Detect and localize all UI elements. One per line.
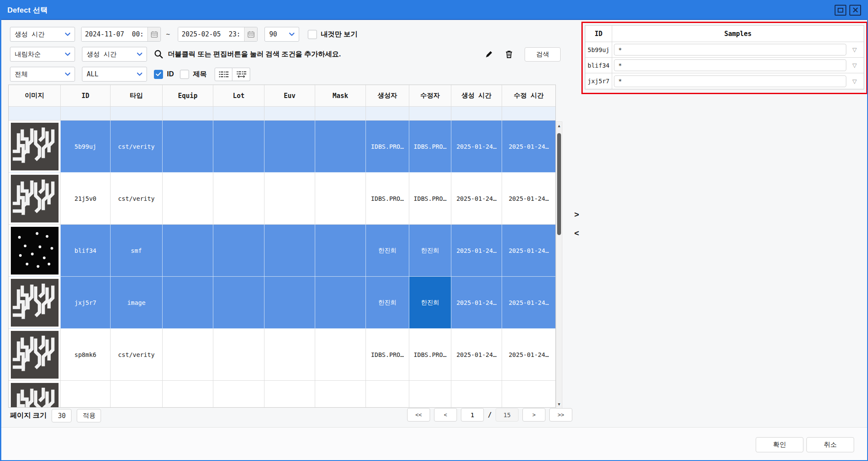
column-header[interactable]: Mask [315,85,366,107]
scroll-down-icon[interactable]: ▼ [556,401,562,408]
checkbox-unchecked-icon [308,30,317,39]
date-to-input[interactable] [178,27,244,41]
cell-modified: 2025-01-24… [502,173,555,225]
apply-page-size-button[interactable]: 적용 [77,409,101,422]
scrollbar-thumb[interactable] [557,133,561,235]
cell-lot [213,173,264,225]
search-button[interactable]: 검색 [525,47,561,62]
next-page-button[interactable]: > [522,408,545,422]
table-row[interactable] [9,381,555,408]
defect-thumbnail-maze [11,331,59,379]
wide-view-toggle-button[interactable] [232,68,250,81]
cell-mask [315,329,366,381]
sort-field-select[interactable]: 생성 시간 [82,47,147,62]
cell-id: sp8mk6 [61,329,111,381]
calendar-to-button[interactable] [244,27,257,41]
cell-id: 21j5v0 [61,173,111,225]
days-select[interactable]: 90 [264,27,299,42]
cell-creator: IDBS.PRO… [366,173,409,225]
column-header[interactable]: ID [61,85,111,107]
cell-mask [315,277,366,329]
page-size-label: 페이지 크기 [10,411,46,420]
samples-input[interactable] [614,44,846,56]
scroll-up-icon[interactable]: ▲ [556,122,562,129]
calendar-from-button[interactable] [147,27,160,41]
sort-order-select[interactable]: 내림차순 [10,47,75,62]
samples-dropdown-icon[interactable]: ▽ [846,75,863,87]
table-row[interactable]: 5b99uj cst/verity IDBS.PRO… IDBS.PRO… 20… [9,121,555,173]
edit-condition-button[interactable] [485,50,493,59]
my-only-checkbox[interactable]: 내것만 보기 [308,30,357,39]
chevron-down-icon [137,72,142,76]
type-select[interactable]: ALL [82,67,147,82]
samples-row-id: 5b99uj [585,42,612,58]
cell-modified: 2025-01-24… [502,121,555,173]
page-size-input[interactable] [52,409,72,422]
column-header[interactable]: 생성자 [366,85,409,107]
cell-creator [366,381,409,408]
move-right-button[interactable]: > [570,208,583,221]
column-header[interactable]: Lot [213,85,264,107]
move-left-button[interactable]: < [570,227,583,240]
cell-creator: 한진희 [366,277,409,329]
column-header[interactable]: 수정 시간 [502,85,555,107]
cell-euv [264,277,315,329]
maximize-icon [838,8,843,13]
table-row[interactable]: blif34 smf 한진희 한진희 2025-01-24… 2025-01-2… [9,225,555,277]
delete-condition-button[interactable] [505,50,513,59]
samples-input[interactable] [614,75,846,87]
table-row[interactable]: jxj5r7 image 한진희 한진희 2025-01-24… 2025-01… [9,277,555,329]
column-header[interactable]: 이미지 [9,85,61,107]
cell-modifier: IDBS.PRO… [409,121,451,173]
date-range-separator: ~ [166,30,170,38]
close-button[interactable] [849,5,861,16]
chevron-down-icon [65,33,70,36]
cell-euv [264,173,315,225]
date-to-box [178,27,258,42]
cell-creator: 한진희 [366,225,409,277]
column-width-icon [236,71,246,78]
table-vertical-scrollbar[interactable]: ▲ ▼ [556,121,562,409]
cell-id: blif34 [61,225,111,277]
column-header[interactable]: Equip [163,85,213,107]
cancel-button[interactable]: 취소 [806,437,854,452]
date-from-input[interactable] [82,27,147,41]
chevron-down-icon [137,52,142,56]
samples-input[interactable] [614,59,846,71]
detail-view-toggle-button[interactable] [215,68,232,81]
samples-row-id: blif34 [585,58,612,73]
cell-type: image [111,277,163,329]
search-by-title-checkbox[interactable]: 제목 [180,70,207,79]
dialog-titlebar: Defect 선택 [1,1,867,20]
search-by-id-checkbox[interactable]: ID [154,70,174,79]
column-header[interactable]: Euv [264,85,315,107]
calendar-icon [150,30,158,38]
samples-dropdown-icon[interactable]: ▽ [846,59,863,71]
cell-lot [213,225,264,277]
date-field-select[interactable]: 생성 시간 [10,27,75,42]
samples-dropdown-icon[interactable]: ▽ [846,44,863,56]
cell-modified: 2025-01-24… [502,225,555,277]
table-filter-row[interactable] [9,107,555,121]
pagination: << < / 15 > >> [407,408,572,422]
column-header[interactable]: 수정자 [409,85,451,107]
cell-id: jxj5r7 [61,277,111,329]
column-header[interactable]: 타입 [111,85,163,107]
cell-created: 2025-01-24… [451,225,502,277]
ok-button[interactable]: 확인 [756,437,803,452]
last-page-button[interactable]: >> [549,408,572,422]
cell-equip [163,329,213,381]
defect-thumbnail-dots [11,227,59,275]
first-page-button[interactable]: << [407,408,430,422]
table-row[interactable]: 21j5v0 cst/verity IDBS.PRO… IDBS.PRO… 20… [9,173,555,225]
cell-created [451,381,502,408]
current-page-input[interactable] [461,408,484,422]
column-header[interactable]: 생성 시간 [451,85,502,107]
samples-panel: ID Samples 5b99uj ▽ blif34 ▽ jxj5r7 [585,25,864,89]
cell-modified: 2025-01-24… [502,329,555,381]
table-row[interactable]: sp8mk6 cst/verity IDBS.PRO… IDBS.PRO… 20… [9,329,555,381]
maximize-button[interactable] [835,5,846,16]
samples-row-id: jxj5r7 [585,73,612,89]
scope-select[interactable]: 전체 [10,67,75,82]
prev-page-button[interactable]: < [434,408,457,422]
